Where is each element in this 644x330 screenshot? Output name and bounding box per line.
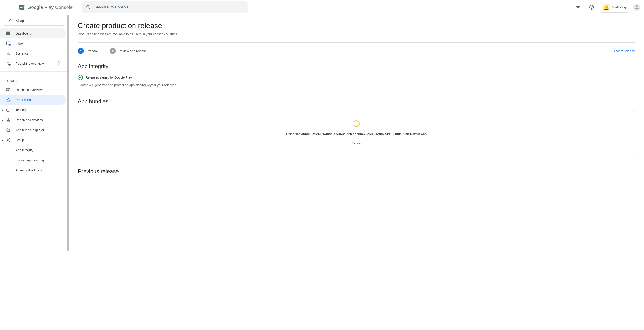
sidebar-sub-app-integrity[interactable]: App integrity: [0, 145, 66, 155]
svg-marker-3: [8, 109, 9, 111]
sidebar-sub-advanced-settings[interactable]: Advanced settings: [0, 165, 66, 175]
person-icon: [634, 4, 640, 10]
sidebar-item-production[interactable]: Production: [0, 95, 66, 105]
publishing-icon: [6, 61, 11, 66]
sidebar-item-dashboard[interactable]: Dashboard: [0, 28, 66, 38]
page-subtitle: Production releases are available to all…: [78, 32, 635, 36]
menu-button[interactable]: [4, 1, 15, 13]
divider: [0, 71, 69, 72]
svg-rect-5: [7, 129, 10, 131]
avatar[interactable]: [633, 4, 640, 11]
logo[interactable]: Google Play Console: [18, 4, 72, 11]
play-console-logo-icon: [18, 4, 25, 11]
check-circle-icon: [78, 75, 83, 80]
all-apps-button[interactable]: All apps: [4, 16, 65, 26]
chevron-right-icon: ▸: [0, 108, 4, 112]
step-2-circle: 2: [110, 48, 116, 54]
section-release-title: Release: [0, 74, 69, 85]
stepper: 1 Prepare 2 Review and release Discard r…: [78, 42, 635, 59]
search-box[interactable]: [82, 1, 248, 13]
section-app-integrity-title: App integrity: [78, 63, 635, 69]
user-chip[interactable]: 🔔 Well Ping: [601, 2, 628, 12]
sidebar-item-testing[interactable]: ▸ Testing: [0, 105, 66, 115]
dashboard-icon: [6, 31, 11, 36]
integrity-status: Releases signed by Google Play: [78, 75, 635, 80]
svg-point-4: [6, 118, 7, 119]
help-button[interactable]: [587, 3, 596, 12]
sidebar-item-inbox[interactable]: Inbox 4: [0, 38, 66, 48]
step-prepare[interactable]: 1 Prepare: [78, 48, 98, 54]
gear-icon: [6, 137, 11, 143]
section-app-bundles-title: App bundles: [78, 98, 635, 105]
link-icon: [575, 4, 580, 10]
step-1-circle: 1: [78, 48, 84, 54]
upload-status: Uploading 46bd10a1-3951-4b9c-a9eb-4c023a…: [286, 132, 426, 136]
sync-disabled-icon: [56, 61, 60, 66]
svg-point-7: [9, 129, 9, 129]
section-previous-release-title: Previous release: [78, 168, 635, 174]
main-content: Create production release Production rel…: [69, 15, 644, 330]
page-title: Create production release: [78, 21, 635, 30]
production-icon: [6, 97, 11, 103]
top-right-actions: 🔔 Well Ping: [573, 2, 640, 12]
top-bar: Google Play Console 🔔 Well Ping: [0, 0, 644, 15]
link-button[interactable]: [573, 3, 582, 12]
step-review[interactable]: 2 Review and release: [110, 48, 147, 54]
search-icon: [86, 4, 91, 10]
help-icon: [589, 4, 594, 10]
sidebar-sub-internal-sharing[interactable]: Internal app sharing: [0, 155, 66, 165]
step-connector: [101, 51, 107, 51]
upload-filename: 46bd10a1-3951-4b9c-a9eb-4c023adcc0ba-092…: [302, 132, 426, 136]
hamburger-icon: [6, 4, 12, 10]
stats-icon: [6, 51, 11, 56]
sidebar-item-publishing-overview[interactable]: Publishing overview: [0, 58, 66, 69]
user-name: Well Ping: [612, 5, 626, 9]
arrow-back-icon: [8, 18, 12, 23]
discard-release-button[interactable]: Discard release: [613, 49, 635, 53]
cancel-upload-button[interactable]: Cancel: [351, 142, 361, 145]
inbox-count: 4: [58, 42, 60, 45]
svg-point-9: [9, 130, 9, 130]
svg-point-6: [7, 129, 8, 129]
sidebar-item-releases-overview[interactable]: Releases overview: [0, 85, 66, 95]
bell-icon: 🔔: [602, 3, 610, 11]
reach-icon: [6, 117, 11, 123]
upload-box: Uploading 46bd10a1-3951-4b9c-a9eb-4c023a…: [78, 110, 635, 156]
releases-icon: [6, 87, 11, 93]
testing-icon: [6, 107, 11, 113]
unread-dot-icon: [9, 44, 11, 46]
sidebar-item-setup[interactable]: ▾ Setup: [0, 135, 66, 145]
spinner-icon: [353, 120, 360, 127]
svg-point-8: [7, 130, 8, 130]
logo-text: Google Play Console: [28, 4, 72, 10]
sidebar-item-app-bundle-explorer[interactable]: App bundle explorer: [0, 125, 66, 135]
sidebar: All apps Dashboard Inbox 4 Statistics: [0, 15, 69, 330]
search-input[interactable]: [94, 5, 244, 9]
sidebar-item-statistics[interactable]: Statistics: [0, 48, 66, 58]
bundle-icon: [6, 127, 11, 133]
chevron-down-icon: ▾: [0, 138, 4, 142]
integrity-description: Google will generate and protect an app …: [78, 83, 635, 87]
chevron-right-icon: ▸: [0, 118, 4, 122]
sidebar-item-reach-devices[interactable]: ▸ Reach and devices: [0, 115, 66, 125]
